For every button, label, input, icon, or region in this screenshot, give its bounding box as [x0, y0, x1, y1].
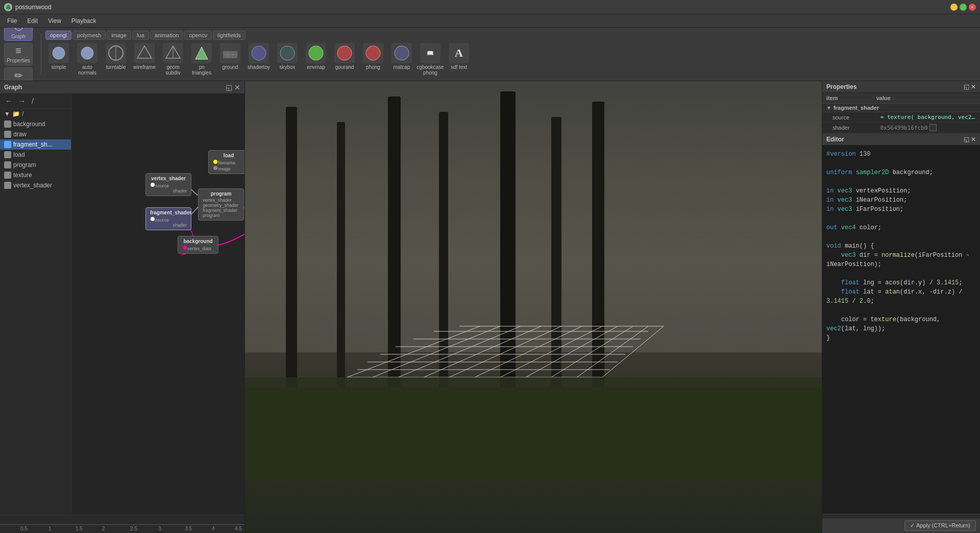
tool-editor[interactable]: ✏ Editor — [4, 67, 33, 81]
app-title: possumwood — [15, 4, 947, 11]
fragment-shader-dot-source — [151, 217, 155, 221]
timeline: 0.5 1 1.5 2 2.5 3 3.5 4 4.5 — [0, 515, 244, 533]
tool-simple[interactable]: simple — [45, 41, 72, 78]
tree-item-vertex-shader[interactable]: vertex_shader — [0, 180, 71, 190]
toolbar-tab-row: opengl polymesh image lua animation open… — [45, 31, 472, 40]
tool-cgbookcase[interactable]: 📖 cgbookcase phong — [417, 41, 444, 78]
toolbar-separator-1 — [41, 34, 41, 75]
graph-canvas[interactable]: load filename image texture name valu — [71, 94, 244, 515]
tool-wireframe[interactable]: wireframe — [131, 41, 158, 78]
tab-animation[interactable]: animation — [150, 31, 184, 40]
timeline-ruler[interactable]: 0.5 1 1.5 2 2.5 3 3.5 4 4.5 — [0, 515, 244, 534]
tab-opengl[interactable]: opengl — [45, 31, 71, 40]
prop-value-shader: 0x56499b16fcb0 — [880, 124, 976, 131]
node-program[interactable]: program vertex_shader geometry_shader fr… — [198, 188, 244, 221]
main-area: Graph ◱ ✕ ← → / ▼ 📁 / — [0, 81, 980, 533]
tool-skybox[interactable]: skybox — [274, 41, 301, 78]
tab-lightfields[interactable]: lightfields — [213, 31, 246, 40]
apply-button[interactable]: ✓ Apply (CTRL+Return) — [904, 520, 976, 531]
tool-matcap[interactable]: matcap — [388, 41, 415, 78]
matcap-icon — [391, 43, 412, 63]
geomsubdiv-label: geom subdiv — [161, 64, 185, 76]
menu-playback[interactable]: Playback — [66, 16, 102, 26]
autonormals-label: auto normals — [75, 64, 100, 76]
graph-panel-buttons: ◱ ✕ — [226, 83, 240, 91]
tab-polymesh[interactable]: polymesh — [72, 31, 106, 40]
tree-item-texture[interactable]: texture — [0, 170, 71, 180]
section-expand-icon: ▼ — [826, 105, 831, 111]
graph-maximize-button[interactable]: ◱ — [226, 83, 232, 91]
nav-root-button[interactable]: / — [30, 96, 36, 106]
tree-label-load: load — [13, 151, 25, 158]
node-vertex-shader[interactable]: vertex_shader source shader — [145, 173, 191, 196]
properties-close-button[interactable]: ✕ — [971, 83, 976, 90]
properties-maximize-button[interactable]: ◱ — [964, 83, 969, 90]
tool-phong[interactable]: phong — [360, 41, 386, 78]
editor-content[interactable]: #version 130 uniform sampler2D backgroun… — [822, 146, 980, 514]
tool-shadertoy[interactable]: shadertoy — [246, 41, 272, 78]
tool-pntriangles[interactable]: pn triangles — [188, 41, 215, 78]
shader-copy-button[interactable] — [929, 124, 937, 131]
editor-close-button[interactable]: ✕ — [971, 136, 976, 143]
tool-graph[interactable]: ⬡ Graph — [4, 28, 33, 41]
tree-icon-fragment-shader — [4, 141, 11, 148]
maximize-button[interactable]: □ — [960, 4, 967, 11]
tool-sdftext[interactable]: A sdf text — [446, 41, 472, 78]
tree-item-fragment-shader[interactable]: fragment_sh... — [0, 139, 71, 150]
editor-scrollbar[interactable] — [822, 514, 980, 518]
tool-turntable[interactable]: turntable — [103, 41, 129, 78]
tab-opencv[interactable]: opencv — [184, 31, 211, 40]
wireframe-label: wireframe — [133, 64, 156, 70]
svg-marker-4 — [137, 46, 152, 58]
tool-envmap[interactable]: envmap — [303, 41, 329, 78]
node-load-port-filename: filename — [213, 159, 244, 165]
tree-item-background[interactable]: background — [0, 119, 71, 129]
svg-rect-46 — [245, 387, 822, 479]
viewport[interactable] — [245, 81, 822, 533]
window-buttons: − □ ✕ — [950, 4, 976, 11]
nav-back-button[interactable]: ← — [3, 96, 14, 106]
title-bar: 🌲 possumwood − □ ✕ — [0, 0, 980, 14]
properties-section-fragment-shader: ▼ fragment_shader — [822, 104, 980, 112]
timeline-mark-4: 4 — [212, 526, 215, 531]
tool-autonormals[interactable]: auto normals — [74, 41, 101, 78]
tree-icon-texture — [4, 172, 11, 179]
editor-maximize-button[interactable]: ◱ — [964, 136, 969, 143]
toolbar-tabs: opengl polymesh image lua animation open… — [45, 31, 472, 78]
envmap-icon — [306, 43, 326, 63]
turntable-label: turntable — [106, 64, 126, 70]
tab-image[interactable]: image — [107, 31, 131, 40]
menu-edit[interactable]: Edit — [22, 16, 43, 26]
tool-geomsubdiv[interactable]: geom subdiv — [160, 41, 186, 78]
prop-value-source: = texture( background, vec2(lat, lng)); … — [880, 114, 976, 120]
node-load[interactable]: load filename image — [208, 150, 244, 174]
tool-gourand[interactable]: gourand — [331, 41, 358, 78]
tool-properties[interactable]: ≡ Properties — [4, 43, 33, 65]
graph-close-button[interactable]: ✕ — [234, 83, 240, 91]
svg-rect-18 — [245, 81, 822, 352]
matcap-label: matcap — [394, 64, 410, 70]
node-background[interactable]: background vertex_data — [178, 236, 218, 254]
tree-item-load[interactable]: load — [0, 150, 71, 160]
shadertoy-icon — [249, 43, 269, 63]
menu-view[interactable]: View — [43, 16, 66, 26]
cgbookcase-text: 📖 — [427, 50, 434, 57]
nav-forward-button[interactable]: → — [16, 96, 28, 106]
tree-icon-load — [4, 151, 11, 158]
tree-icon-draw — [4, 131, 11, 138]
tool-group-left: ⬡ Graph ≡ Properties ✏ Editor — [4, 28, 33, 81]
minimize-button[interactable]: − — [950, 4, 958, 11]
node-fragment-shader[interactable]: fragment_shader source shader — [145, 207, 191, 230]
prop-row-shader: shader 0x56499b16fcb0 — [822, 123, 980, 133]
tab-lua[interactable]: lua — [132, 31, 149, 40]
tool-ground[interactable]: ground — [217, 41, 243, 78]
toolbar-tools: simple auto normals turntable — [45, 41, 472, 78]
timeline-mark-1: 1 — [48, 526, 52, 531]
close-button[interactable]: ✕ — [969, 4, 976, 11]
tree-item-program[interactable]: program — [0, 160, 71, 170]
menu-file[interactable]: File — [2, 16, 22, 26]
svg-point-14 — [309, 46, 323, 60]
tree-item-draw[interactable]: draw — [0, 129, 71, 139]
tree-label-vertex-shader: vertex_shader — [13, 182, 52, 189]
shadertoy-label: shadertoy — [248, 64, 270, 70]
